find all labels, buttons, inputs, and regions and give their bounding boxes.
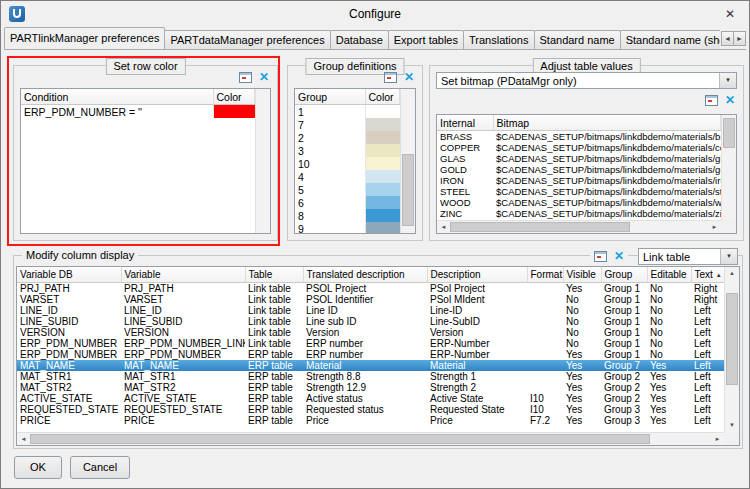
cell-group[interactable]: 8: [295, 209, 365, 222]
cell-tdesc[interactable]: ERP number: [303, 338, 427, 349]
color-swatch[interactable]: [365, 209, 400, 222]
cell-text[interactable]: Left: [691, 415, 728, 426]
cell-var[interactable]: PRJ_PATH: [121, 283, 245, 295]
cell-vdb[interactable]: ERP_PDM_NUMBER: [17, 338, 121, 349]
cell-tdesc[interactable]: Version: [303, 327, 427, 338]
table-row[interactable]: ERP_PDM_NUMBERERP_PDM_NUMBERERP tableERP…: [17, 349, 728, 360]
cell-text[interactable]: Left: [691, 382, 728, 393]
cell-bitmap[interactable]: $CADENAS_SETUP/bitmaps/linkdbdemo/materi…: [493, 153, 721, 164]
dropdown-arrow-icon[interactable]: ▼: [719, 73, 736, 88]
color-swatch[interactable]: [365, 196, 400, 209]
cell-visible[interactable]: No: [563, 327, 601, 338]
cell-editable[interactable]: No: [647, 316, 691, 327]
cell-text[interactable]: Left: [691, 349, 728, 360]
title-bar[interactable]: Configure ✕: [1, 1, 749, 27]
cell-internal[interactable]: WOOD: [437, 197, 493, 208]
cell-desc[interactable]: Requested State: [427, 404, 527, 415]
cell-text[interactable]: Left: [691, 393, 728, 404]
cell-group[interactable]: 1: [295, 105, 365, 119]
cell-var[interactable]: ERP_PDM_NUMBER_LINKTABLE: [121, 338, 245, 349]
cell-tdesc[interactable]: Line sub ID: [303, 316, 427, 327]
cell-format[interactable]: [527, 382, 563, 393]
cell-vdb[interactable]: LINE_SUBID: [17, 316, 121, 327]
cell-editable[interactable]: Yes: [647, 415, 691, 426]
cell-var[interactable]: MAT_STR1: [121, 371, 245, 382]
ok-button[interactable]: OK: [14, 456, 62, 479]
cell-var[interactable]: ERP_PDM_NUMBER: [121, 349, 245, 360]
cell-format[interactable]: [527, 371, 563, 382]
cell-format[interactable]: [527, 294, 563, 305]
column-header[interactable]: Internal: [437, 115, 493, 131]
table-row[interactable]: WOOD$CADENAS_SETUP/bitmaps/linkdbdemo/ma…: [437, 197, 721, 208]
cell-visible[interactable]: No: [563, 316, 601, 327]
cell-desc[interactable]: Price: [427, 415, 527, 426]
cell-vdb[interactable]: VERSION: [17, 327, 121, 338]
cell-vdb[interactable]: MAT_NAME: [17, 360, 121, 371]
table-row[interactable]: 4: [295, 170, 400, 183]
cell-var[interactable]: VERSION: [121, 327, 245, 338]
cell-editable[interactable]: No: [647, 349, 691, 360]
cell-format[interactable]: [527, 327, 563, 338]
cell-format[interactable]: [527, 349, 563, 360]
cell-internal[interactable]: COPPER: [437, 142, 493, 153]
tab-partdatamanager-preferences[interactable]: PARTdataManager preferences: [164, 30, 330, 49]
cell-text[interactable]: Left: [691, 327, 728, 338]
cell-desc[interactable]: ERP-Number: [427, 338, 527, 349]
cell-var[interactable]: LINE_SUBID: [121, 316, 245, 327]
cell-tdesc[interactable]: Active status: [303, 393, 427, 404]
cell-text[interactable]: Left: [691, 404, 728, 415]
cell-vdb[interactable]: REQUESTED_STATE: [17, 404, 121, 415]
tab-scroll-right-button[interactable]: ►: [733, 31, 746, 46]
table-row[interactable]: REQUESTED_STATEREQUESTED_STATEERP tableR…: [17, 404, 728, 415]
cell-text[interactable]: Left: [691, 338, 728, 349]
scrollbar-thumb[interactable]: [450, 222, 630, 232]
table-row[interactable]: LINE_IDLINE_IDLink tableLine IDLine-IDNo…: [17, 305, 728, 316]
cell-table[interactable]: ERP table: [245, 360, 303, 371]
cell-visible[interactable]: No: [563, 338, 601, 349]
cell-tdesc[interactable]: Price: [303, 415, 427, 426]
cell-group[interactable]: 9: [295, 222, 365, 234]
cell-table[interactable]: ERP table: [245, 404, 303, 415]
cell-format[interactable]: [527, 360, 563, 371]
color-swatch[interactable]: [365, 118, 400, 131]
cell-group[interactable]: Group 3: [601, 404, 647, 415]
column-header[interactable]: Group: [295, 89, 365, 105]
cell-tdesc[interactable]: ERP number: [303, 349, 427, 360]
cell-group[interactable]: 6: [295, 196, 365, 209]
cell-editable[interactable]: Yes: [647, 382, 691, 393]
cell-var[interactable]: REQUESTED_STATE: [121, 404, 245, 415]
cell-text[interactable]: Left: [691, 371, 728, 382]
cell-bitmap[interactable]: $CADENAS_SETUP/bitmaps/linkdbdemo/materi…: [493, 175, 721, 186]
table-row[interactable]: IRON$CADENAS_SETUP/bitmaps/linkdbdemo/ma…: [437, 175, 721, 186]
cell-group[interactable]: Group 1: [601, 305, 647, 316]
cell-group[interactable]: 5: [295, 183, 365, 196]
cell-editable[interactable]: Yes: [647, 404, 691, 415]
cell-visible[interactable]: Yes: [563, 349, 601, 360]
cell-vdb[interactable]: ACTIVE_STATE: [17, 393, 121, 404]
table-row[interactable]: 8: [295, 209, 400, 222]
cell-var[interactable]: LINE_ID: [121, 305, 245, 316]
table-row[interactable]: PRICEPRICEERP tablePricePriceF7.2YesGrou…: [17, 415, 728, 426]
cell-desc[interactable]: Strength 1: [427, 371, 527, 382]
table-row[interactable]: PRJ_PATHPRJ_PATHLink tablePSOL ProjectPS…: [17, 283, 728, 295]
cell-format[interactable]: [527, 338, 563, 349]
cell-format[interactable]: [527, 316, 563, 327]
cell-editable[interactable]: No: [647, 283, 691, 295]
cell-table[interactable]: ERP table: [245, 349, 303, 360]
bitmap-hscrollbar[interactable]: ◄ ►: [437, 220, 721, 233]
cell-bitmap[interactable]: $CADENAS_SETUP/bitmaps/linkdbdemo/materi…: [493, 131, 721, 143]
cell-table[interactable]: Link table: [245, 294, 303, 305]
column-header[interactable]: Color: [365, 89, 400, 105]
cell-group[interactable]: Group 1: [601, 338, 647, 349]
table-row[interactable]: 6: [295, 196, 400, 209]
new-entry-icon[interactable]: [384, 72, 397, 83]
cell-vdb[interactable]: PRJ_PATH: [17, 283, 121, 295]
cell-internal[interactable]: GLAS: [437, 153, 493, 164]
table-row[interactable]: ERP_PDM_NUMBERERP_PDM_NUMBER_LINKTABLELi…: [17, 338, 728, 349]
cell-group[interactable]: Group 2: [601, 371, 647, 382]
column-header[interactable]: Description: [427, 267, 527, 283]
delete-entry-icon[interactable]: ✕: [259, 71, 269, 83]
cell-desc[interactable]: Active State: [427, 393, 527, 404]
scroll-left-icon[interactable]: ◄: [437, 221, 450, 233]
cancel-button[interactable]: Cancel: [70, 456, 130, 479]
